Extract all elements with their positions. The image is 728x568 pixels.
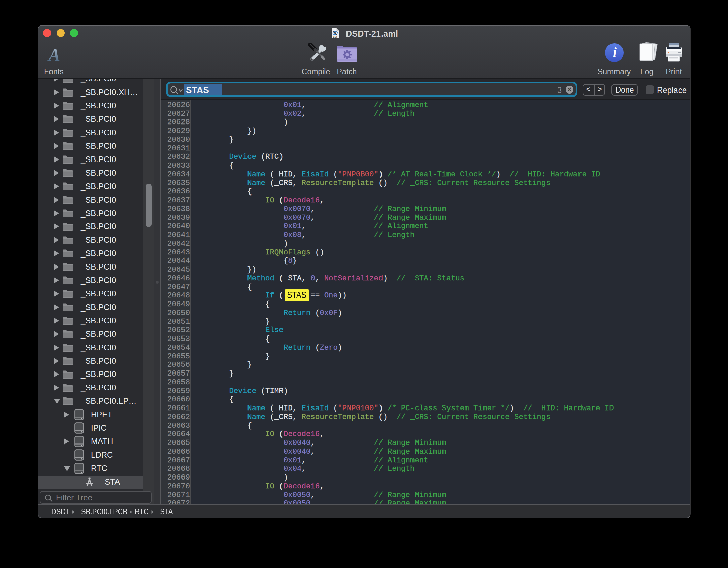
svg-text:i: i bbox=[613, 45, 617, 60]
svg-text:AML: AML bbox=[333, 36, 338, 38]
